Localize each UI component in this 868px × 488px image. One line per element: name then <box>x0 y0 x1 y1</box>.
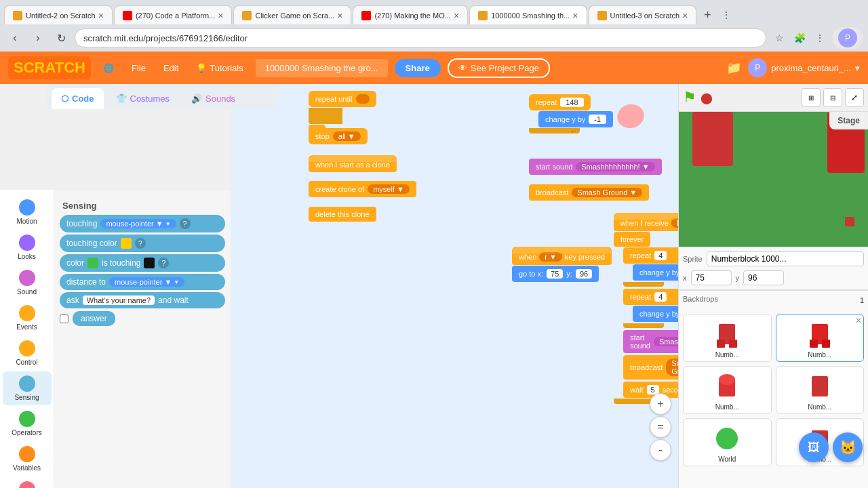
touching-target-dropdown[interactable]: mouse-pointer ▼ <box>100 219 176 228</box>
project-name-button[interactable]: 1000000 Smashing the gro... <box>256 59 388 77</box>
answer-block: answer <box>73 311 115 326</box>
category-my-blocks[interactable]: My Blocks <box>3 477 52 488</box>
tab-2-close[interactable]: × <box>218 10 223 21</box>
distance-to-block[interactable]: distance to mouse-pointer ▼ <box>60 274 225 290</box>
bookmark-icon[interactable]: ☆ <box>770 29 788 47</box>
sound-name-1-dropdown[interactable]: Smashhhhhhhhh! ▼ <box>576 162 654 171</box>
fullscreen-button[interactable]: ⤢ <box>845 88 864 107</box>
repeat-4b-value[interactable]: 4 <box>654 292 667 302</box>
clone-target-dropdown[interactable]: myself ▼ <box>368 184 410 194</box>
tab-1-close[interactable]: × <box>98 10 104 21</box>
sprite-item-1[interactable]: Numb... <box>683 314 772 362</box>
tab-4-close[interactable]: × <box>454 10 459 21</box>
tab-3-close[interactable]: × <box>337 10 342 21</box>
see-project-button[interactable]: 👁 See Project Page <box>448 58 550 78</box>
sprite-item-world[interactable]: World <box>683 418 772 466</box>
color-is-touching-block[interactable]: color is touching ? <box>60 254 225 272</box>
touching-block[interactable]: touching mouse-pointer ▼ ? <box>60 215 225 232</box>
share-button[interactable]: Share <box>395 59 441 77</box>
category-operators[interactable]: Operators <box>3 407 52 441</box>
small-stage-button[interactable]: ⊞ <box>802 88 821 107</box>
broadcast-2-dropdown[interactable]: Smash Ground ▼ <box>666 359 678 376</box>
key-val-dropdown[interactable]: r ▼ <box>539 252 562 262</box>
sound-name-2-dropdown[interactable]: Smashhhhhhhhh! ▼ <box>654 337 678 346</box>
tab-1[interactable]: Untitled-2 on Scratch × <box>4 5 113 24</box>
create-clone-block[interactable]: create clone of myself ▼ <box>309 181 416 197</box>
scratch-workspace[interactable]: repeat until ↩ stop all ▼ when I start a… <box>231 84 678 488</box>
scratch-logo[interactable]: SCRATCH <box>8 56 91 79</box>
category-sound[interactable]: Sound <box>3 266 52 300</box>
category-events[interactable]: Events <box>3 301 52 335</box>
tab-4[interactable]: (270) Making the MO... × <box>353 5 468 24</box>
menu-icon[interactable]: ⋮ <box>811 29 829 47</box>
color-swatch-yellow[interactable] <box>121 238 132 249</box>
ask-and-wait-block[interactable]: ask What's your name? and wait <box>60 292 225 308</box>
x-coord-input[interactable] <box>691 270 732 285</box>
reload-button[interactable]: ↻ <box>52 28 71 47</box>
receive-lift-boot-stack[interactable]: when I receive Lift Boot ▼ forever repea… <box>614 213 678 404</box>
backdrops-count: 1 <box>860 296 864 304</box>
sprite-delete-2[interactable]: ✕ <box>855 316 862 325</box>
category-control[interactable]: Control <box>3 336 52 370</box>
start-sound-1-block[interactable]: start sound Smashhhhhhhhh! ▼ <box>529 159 662 175</box>
extensions-icon[interactable]: 🧩 <box>791 29 808 47</box>
sprite-item-4[interactable]: Numb... <box>776 366 865 414</box>
forward-button[interactable]: › <box>28 28 47 47</box>
tutorials-button[interactable]: 💡 Tutorials <box>191 60 248 76</box>
tab-6[interactable]: Untitled-3 on Scratch × <box>589 5 697 24</box>
stop-option-dropdown[interactable]: all ▼ <box>333 131 361 141</box>
tab-2[interactable]: (270) Code a Platform... × <box>114 5 233 24</box>
tab-3[interactable]: Clicker Game on Scra... × <box>233 5 351 24</box>
category-sensing[interactable]: Sensing <box>3 371 52 405</box>
color-swatch-black[interactable] <box>144 258 155 268</box>
add-sprite-button[interactable]: 🐱 <box>833 432 863 462</box>
color-swatch-green[interactable] <box>87 258 98 268</box>
answer-checkbox[interactable] <box>60 314 68 323</box>
tab-5[interactable]: 1000000 Smashing th... × <box>469 5 587 24</box>
stop-block[interactable]: stop all ▼ <box>309 128 368 144</box>
back-button[interactable]: ‹ <box>5 28 24 47</box>
sprite-item-3[interactable]: Numb... <box>683 366 772 414</box>
go-y-value[interactable]: 96 <box>576 269 592 279</box>
globe-button[interactable]: 🌐 <box>98 60 119 76</box>
sprite-item-2[interactable]: ✕ Numb... <box>776 314 865 362</box>
category-motion[interactable]: Motion <box>3 195 52 229</box>
tab-sounds[interactable]: 🔊 Sounds <box>182 88 245 109</box>
repeat-148-value[interactable]: 148 <box>560 98 583 107</box>
change-y-neg1-value[interactable]: -1 <box>589 115 606 124</box>
distance-target-dropdown[interactable]: mouse-pointer ▼ <box>109 277 184 287</box>
category-looks[interactable]: Looks <box>3 230 52 264</box>
large-stage-button[interactable]: ⊟ <box>823 88 842 107</box>
tab-code[interactable]: ⬡ Code <box>52 88 104 109</box>
profile-area[interactable]: P proxima_centauri_... ▾ <box>748 58 860 77</box>
go-x-value[interactable]: 75 <box>547 269 563 279</box>
broadcast-1-dropdown[interactable]: Smash Ground ▼ <box>572 188 642 197</box>
tab-costumes[interactable]: 👕 Costumes <box>106 88 180 109</box>
add-backdrop-button[interactable]: 🖼 <box>799 432 829 462</box>
tab-6-close[interactable]: × <box>682 10 688 21</box>
stop-button[interactable]: ⬤ <box>701 92 713 104</box>
sprite-name-input[interactable] <box>707 251 864 266</box>
file-menu-button[interactable]: File <box>126 60 151 76</box>
folder-button[interactable]: 📁 <box>726 60 741 75</box>
zoom-fit-button[interactable]: = <box>650 416 671 438</box>
edit-menu-button[interactable]: Edit <box>158 60 184 76</box>
zoom-out-button[interactable]: - <box>650 439 671 461</box>
receive-target-dropdown[interactable]: Lift Boot ▼ <box>671 218 678 228</box>
delete-clone-block[interactable]: delete this clone <box>309 207 376 222</box>
clone-start-block[interactable]: when I start as a clone <box>309 155 397 172</box>
tab-overflow-button[interactable]: ⋮ <box>717 5 736 24</box>
broadcast-1-block[interactable]: broadcast Smash Ground ▼ <box>529 184 649 201</box>
category-variables[interactable]: Variables <box>3 442 52 476</box>
address-input[interactable] <box>75 28 766 47</box>
profile-button[interactable]: P <box>833 27 863 49</box>
repeat-4a-value[interactable]: 4 <box>654 251 667 260</box>
y-coord-input[interactable] <box>743 270 784 285</box>
tab-5-close[interactable]: × <box>572 10 578 21</box>
repeat-148-stack[interactable]: repeat 148 change y by -1 ↩ <box>529 94 613 134</box>
stage-tab[interactable]: Stage <box>829 112 868 129</box>
new-tab-button[interactable]: + <box>698 5 717 24</box>
touching-color-block[interactable]: touching color ? <box>60 235 225 252</box>
green-flag-button[interactable]: ⚑ <box>683 89 696 106</box>
zoom-in-button[interactable]: + <box>650 393 671 415</box>
